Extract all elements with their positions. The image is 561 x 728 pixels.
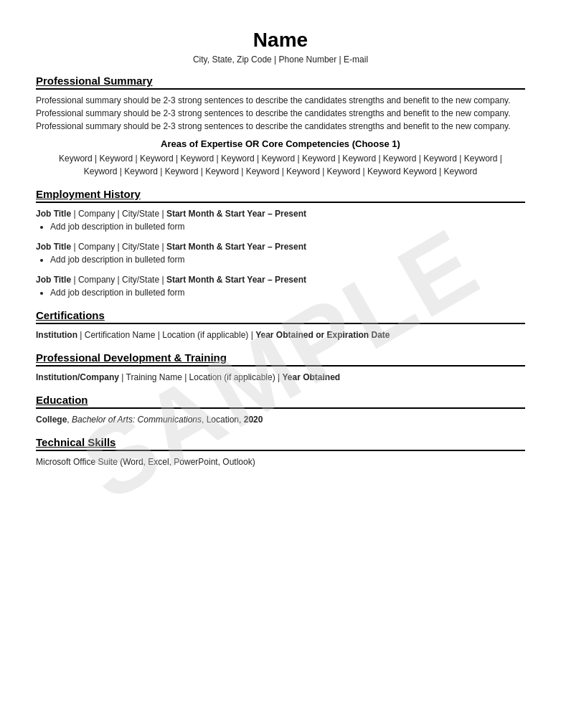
cert-institution: Institution	[36, 330, 77, 340]
resume-contact: City, State, Zip Code | Phone Number | E…	[36, 55, 525, 65]
job-title-line-2: Job Title | Company | City/State | Start…	[36, 240, 525, 253]
job-title-2: Job Title	[36, 242, 71, 252]
resume-page: SAMPLE Name City, State, Zip Code | Phon…	[0, 0, 561, 728]
job-date-3: Start Month & Start Year – Present	[166, 275, 306, 285]
pro-dev-institution: Institution/Company	[36, 372, 119, 382]
summary-line-3: Professional summary should be 2-3 stron…	[36, 120, 525, 133]
job-bullet-2: Add job description in bulleted form	[50, 253, 525, 266]
job-bullets-1: Add job description in bulleted form	[50, 220, 525, 233]
section-certifications: Certifications	[36, 309, 525, 324]
job-separator-1: | Company | City/State |	[73, 209, 166, 219]
job-entry-3: Job Title | Company | City/State | Start…	[36, 273, 525, 299]
pro-dev-separator: | Training Name | Location (if applicabl…	[121, 372, 282, 382]
section-professional-summary: Professional Summary	[36, 75, 525, 90]
job-entry-1: Job Title | Company | City/State | Start…	[36, 207, 525, 233]
job-bullet-1: Add job description in bulleted form	[50, 220, 525, 233]
summary-line-1: Professional summary should be 2-3 stron…	[36, 94, 525, 107]
job-separator-2: | Company | City/State |	[73, 242, 166, 252]
keywords-line-1: Keyword | Keyword | Keyword | Keyword | …	[36, 152, 525, 165]
areas-of-expertise-header: Areas of Expertise OR Core Competencies …	[36, 138, 525, 149]
section-employment-history: Employment History	[36, 188, 525, 203]
cert-separator-1: | Certification Name | Location (if appl…	[80, 330, 255, 340]
pro-dev-line: Institution/Company | Training Name | Lo…	[36, 371, 525, 384]
edu-year: 2020	[244, 415, 263, 425]
job-title-1: Job Title	[36, 209, 71, 219]
edu-college: College	[36, 415, 67, 425]
job-title-3: Job Title	[36, 275, 71, 285]
job-entry-2: Job Title | Company | City/State | Start…	[36, 240, 525, 266]
job-title-line-1: Job Title | Company | City/State | Start…	[36, 207, 525, 220]
job-date-1: Start Month & Start Year – Present	[166, 209, 306, 219]
pro-dev-date: Year Obtained	[282, 372, 340, 382]
edu-line: College, Bachelor of Arts: Communication…	[36, 413, 525, 426]
section-education: Education	[36, 394, 525, 409]
job-date-2: Start Month & Start Year – Present	[166, 242, 306, 252]
cert-date: Year Obtained or Expiration Date	[255, 330, 390, 340]
job-bullets-2: Add job description in bulleted form	[50, 253, 525, 266]
section-technical-skills: Technical Skills	[36, 436, 525, 451]
summary-line-2: Professional summary should be 2-3 stron…	[36, 107, 525, 120]
edu-degree: Bachelor of Arts: Communications	[72, 415, 202, 425]
job-bullet-3: Add job description in bulleted form	[50, 286, 525, 299]
technical-skills-content: Microsoft Office Suite (Word, Excel, Pow…	[36, 455, 525, 468]
resume-name: Name	[36, 29, 525, 52]
job-title-line-3: Job Title | Company | City/State | Start…	[36, 273, 525, 286]
edu-location: Location	[207, 415, 239, 425]
job-bullets-3: Add job description in bulleted form	[50, 286, 525, 299]
keywords-line-2: Keyword | Keyword | Keyword | Keyword | …	[36, 165, 525, 178]
cert-line: Institution | Certification Name | Locat…	[36, 328, 525, 341]
job-separator-3: | Company | City/State |	[73, 275, 166, 285]
section-professional-development: Professional Development & Training	[36, 351, 525, 367]
professional-summary-content: Professional summary should be 2-3 stron…	[36, 94, 525, 133]
